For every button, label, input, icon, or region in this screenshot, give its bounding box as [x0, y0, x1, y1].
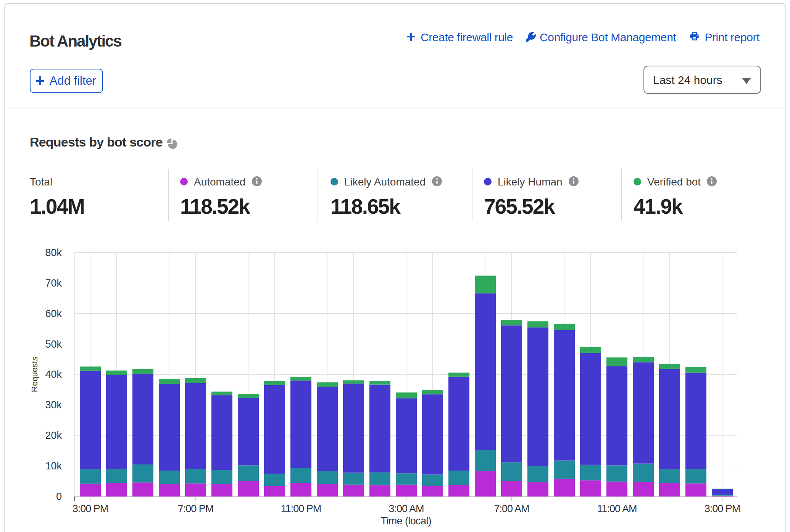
svg-text:70k: 70k [45, 277, 62, 289]
svg-text:Time (local): Time (local) [380, 515, 431, 527]
svg-text:10k: 10k [45, 460, 62, 472]
svg-text:3:00 PM: 3:00 PM [73, 503, 108, 514]
svg-text:11:00 AM: 11:00 AM [597, 503, 637, 514]
svg-text:0: 0 [56, 491, 62, 502]
svg-text:11:00 PM: 11:00 PM [281, 503, 321, 514]
svg-text:7:00 AM: 7:00 AM [494, 503, 529, 514]
svg-text:60k: 60k [45, 308, 62, 319]
svg-text:3:00 AM: 3:00 AM [389, 503, 424, 514]
svg-text:20k: 20k [45, 430, 62, 441]
svg-text:40k: 40k [45, 369, 62, 380]
svg-text:30k: 30k [45, 399, 62, 411]
svg-text:3:00 PM: 3:00 PM [705, 503, 740, 514]
svg-text:80k: 80k [45, 247, 62, 258]
svg-text:Requests: Requests [30, 357, 39, 392]
svg-text:7:00 PM: 7:00 PM [178, 503, 214, 514]
svg-text:50k: 50k [45, 339, 62, 350]
